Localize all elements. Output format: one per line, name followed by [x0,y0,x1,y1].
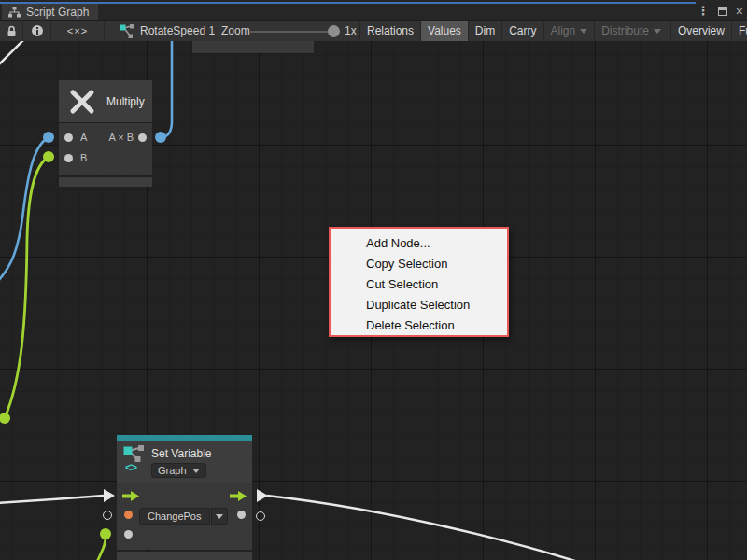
value-input-port[interactable] [124,530,133,539]
zoom-slider-handle[interactable] [328,25,340,37]
wire-blue-left [0,137,49,282]
lock-button[interactable] [0,21,23,41]
value-input-row [117,528,252,549]
set-variable-body: ChangePos [117,483,252,550]
code-preview-button[interactable]: <×> [51,21,105,41]
graph-toolbar: <×> RotateSpeed 1 Zoom 1x Relations Valu… [0,20,747,41]
tab-bar: Script Graph ⋮ × [0,0,747,20]
set-variable-accent-bar [117,435,252,441]
multiply-node-header[interactable]: Multiply [59,80,152,122]
wire-green-bottom [97,534,106,560]
flow-arrowhead-out [257,489,268,502]
flow-in-arrow-icon[interactable] [122,491,139,501]
menu-item-add-node[interactable]: Add Node... [331,233,507,254]
carry-button[interactable]: Carry [501,21,543,41]
chevron-down-icon [654,29,661,34]
multiply-x-icon [67,87,97,117]
values-button[interactable]: Values [420,21,468,41]
flow-arrowhead-in [104,489,115,502]
distribute-label: Distribute [601,24,649,37]
relations-button[interactable]: Relations [359,21,420,41]
variable-kind-value: Graph [158,465,187,476]
port-b-label: B [80,152,87,163]
chevron-down-icon [192,469,200,473]
zoom-level: 1x [345,24,357,37]
set-variable-footer [117,552,252,560]
output-value-port[interactable] [237,511,246,519]
tab-label: Script Graph [26,6,89,19]
fullscreen-button[interactable]: Full Screen [731,21,747,41]
multiply-row-b: B [59,148,152,170]
chevron-down-icon [580,29,587,34]
close-icon[interactable]: × [736,5,743,18]
variable-name-value: ChangePos [139,508,210,525]
wire-green-left [5,157,49,418]
set-variable-header[interactable]: <> Set Variable Graph [117,441,252,483]
menu-item-cut-selection[interactable]: Cut Selection [331,274,507,295]
variable-kind-dropdown[interactable]: Graph [151,463,206,478]
wire-green-port-b [43,151,54,162]
graph-reference[interactable]: RotateSpeed 1 [120,21,215,41]
window-menu-icon[interactable]: ⋮ [698,5,710,18]
graph-reference-label: RotateSpeed 1 [140,24,215,37]
multiply-node-title: Multiply [106,95,145,108]
chevron-down-icon [216,514,223,519]
partial-node-footer[interactable] [192,41,314,54]
wire-white-in [0,496,104,503]
multiply-node[interactable]: Multiply A A × B B [59,80,152,187]
info-icon [31,24,44,37]
input-port-a[interactable] [64,133,73,142]
graph-node-icon [120,24,134,38]
code-angle-icon: <> [125,461,136,474]
wire-white-out [267,496,635,560]
overview-button[interactable]: Overview [670,21,731,41]
variable-input-port[interactable] [124,511,133,519]
distribute-button[interactable]: Distribute [594,21,668,41]
menu-item-duplicate-selection[interactable]: Duplicate Selection [331,295,507,315]
focus-accent-line [0,2,696,4]
set-variable-title: Set Variable [151,447,211,460]
right-hollow-port[interactable] [256,511,265,521]
wire-blue-port-a [43,132,54,143]
variable-name-caret-button[interactable] [211,508,228,525]
graph-hierarchy-icon [8,7,21,18]
tab-script-graph[interactable]: Script Graph [2,4,98,20]
left-hollow-port[interactable] [103,511,112,520]
set-variable-node[interactable]: <> Set Variable Graph [117,435,252,560]
output-port-result[interactable] [138,133,147,142]
align-label: Align [551,24,576,37]
multiply-node-body: A A × B B [59,123,152,175]
variable-name-row: ChangePos [117,508,252,528]
wire-blue-top [162,41,172,137]
zoom-label: Zoom [221,24,250,37]
port-result-label: A × B [108,132,134,143]
port-a-label: A [80,132,87,143]
flow-out-arrow-icon[interactable] [230,491,247,501]
multiply-node-footer [59,177,152,187]
script-graph-window: Script Graph ⋮ × <×> [0,0,747,560]
multiply-row-a: A A × B [59,127,152,148]
zoom-slider-track[interactable] [250,31,331,33]
input-port-b[interactable] [64,154,73,162]
info-button[interactable] [23,21,51,41]
menu-item-delete-selection[interactable]: Delete Selection [331,315,507,336]
align-button[interactable]: Align [543,21,595,41]
wire-green-endpoint [0,413,10,424]
wire-blue-endpoint [155,132,166,143]
dim-button[interactable]: Dim [468,21,501,41]
variable-name-dropdown[interactable]: ChangePos [139,508,228,525]
graph-canvas[interactable]: Multiply A A × B B [0,41,747,560]
wire-white-topleft [0,41,25,67]
toolbar-buttons: Relations Values Dim Carry Align Distrib… [359,21,747,41]
graph-node-icon [123,445,146,462]
wire-green-bottom-endpoint [100,528,111,539]
menu-item-copy-selection[interactable]: Copy Selection [331,254,507,274]
maximize-icon[interactable] [718,7,727,16]
window-controls: ⋮ × [698,4,743,19]
set-variable-text-column: Set Variable Graph [151,445,211,483]
lock-icon [7,25,17,37]
context-menu: Add Node... Copy Selection Cut Selection… [329,227,509,337]
flow-row [117,483,252,508]
set-variable-icon-column: <> [123,445,148,483]
